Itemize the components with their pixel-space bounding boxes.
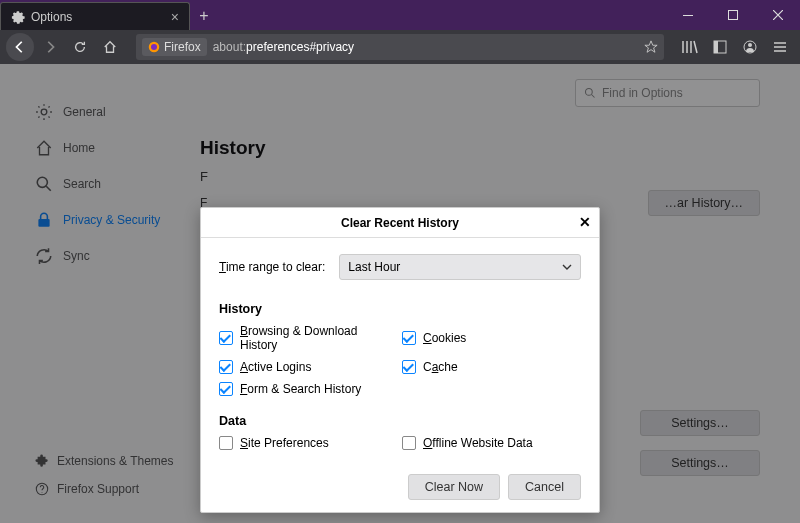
titlebar: Options × + xyxy=(0,0,800,30)
data-group-heading: Data xyxy=(219,414,581,428)
menu-button[interactable] xyxy=(766,33,794,61)
svg-rect-0 xyxy=(683,15,693,16)
svg-rect-1 xyxy=(728,11,737,20)
clear-history-dialog: Clear Recent History ✕ Time range to cle… xyxy=(200,207,600,513)
account-button[interactable] xyxy=(736,33,764,61)
time-range-label: Time range to clear: xyxy=(219,260,325,274)
checkbox-offline[interactable]: Offline Website Data xyxy=(402,436,581,450)
maximize-button[interactable] xyxy=(710,0,755,30)
url-bar[interactable]: Firefox about:preferences#privacy xyxy=(136,34,664,60)
checkbox-browsing[interactable]: Browsing & Download History xyxy=(219,324,398,352)
dialog-title: Clear Recent History xyxy=(341,216,459,230)
back-button[interactable] xyxy=(6,33,34,61)
close-dialog-button[interactable]: ✕ xyxy=(579,214,591,230)
clear-now-button[interactable]: Clear Now xyxy=(408,474,500,500)
tab-strip: Options × + xyxy=(0,0,218,30)
forward-button[interactable] xyxy=(36,33,64,61)
svg-rect-5 xyxy=(714,41,718,53)
svg-point-3 xyxy=(151,44,157,50)
new-tab-button[interactable]: + xyxy=(190,2,218,30)
chevron-down-icon xyxy=(562,262,572,272)
minimize-button[interactable] xyxy=(665,0,710,30)
cancel-button[interactable]: Cancel xyxy=(508,474,581,500)
library-button[interactable] xyxy=(676,33,704,61)
select-value: Last Hour xyxy=(348,260,400,274)
close-window-button[interactable] xyxy=(755,0,800,30)
browser-tab[interactable]: Options × xyxy=(0,2,190,30)
time-range-select[interactable]: Last Hour xyxy=(339,254,581,280)
checkbox-siteprefs[interactable]: Site Preferences xyxy=(219,436,398,450)
url-text: about:preferences#privacy xyxy=(213,40,638,54)
svg-point-7 xyxy=(748,43,752,47)
firefox-icon xyxy=(148,41,160,53)
checkbox-form[interactable]: Form & Search History xyxy=(219,382,398,396)
bookmark-star-icon[interactable] xyxy=(644,40,658,54)
checkbox-cache[interactable]: Cache xyxy=(402,360,581,374)
window-controls xyxy=(665,0,800,30)
identity-box[interactable]: Firefox xyxy=(142,38,207,56)
identity-label: Firefox xyxy=(164,40,201,54)
toolbar: Firefox about:preferences#privacy xyxy=(0,30,800,64)
checkbox-logins[interactable]: Active Logins xyxy=(219,360,398,374)
dialog-header: Clear Recent History ✕ xyxy=(201,208,599,238)
tab-title: Options xyxy=(31,10,165,24)
close-tab-icon[interactable]: × xyxy=(171,9,179,25)
history-group-heading: History xyxy=(219,302,581,316)
home-button[interactable] xyxy=(96,33,124,61)
preferences-page: General Home Search Privacy & Security S… xyxy=(0,64,800,523)
reload-button[interactable] xyxy=(66,33,94,61)
checkbox-cookies[interactable]: Cookies xyxy=(402,324,581,352)
sidebar-button[interactable] xyxy=(706,33,734,61)
gear-icon xyxy=(11,10,25,24)
